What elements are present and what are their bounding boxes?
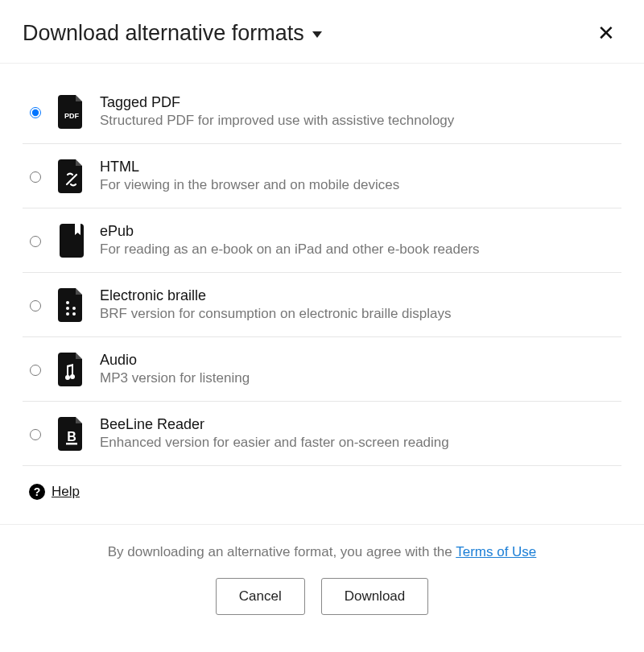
close-button[interactable]: ✕ [594,19,618,47]
option-title: BeeLine Reader [100,416,618,433]
format-option-epub[interactable]: ePub For reading as an e-book on an iPad… [23,208,621,273]
svg-rect-9 [66,443,77,445]
option-text: HTML For viewing in the browser and on m… [100,159,618,193]
radio-epub[interactable] [30,236,41,247]
option-title: Audio [100,352,618,369]
braille-file-icon [58,288,85,322]
agree-prefix: By downloading an alternative format, yo… [108,544,456,559]
cancel-button[interactable]: Cancel [216,578,305,615]
help-link[interactable]: Help [52,484,80,500]
caret-down-icon [312,31,322,38]
svg-point-4 [72,307,76,310]
beeline-file-icon: B [58,417,85,451]
option-desc: For viewing in the browser and on mobile… [100,177,618,193]
footer-buttons: Cancel Download [23,578,621,615]
format-option-tagged-pdf[interactable]: PDF Tagged PDF Structured PDF for improv… [23,72,621,144]
epub-book-icon [58,224,85,258]
svg-text:PDF: PDF [64,112,80,120]
dialog-footer: By downloading an alternative format, yo… [0,524,644,628]
option-text: BeeLine Reader Enhanced version for easi… [100,416,618,451]
option-desc: For reading as an e-book on an iPad and … [100,241,618,258]
radio-html[interactable] [30,171,41,183]
option-desc: BRF version for consumption on electroni… [100,306,618,322]
option-desc: Enhanced version for easier and faster o… [100,435,618,451]
close-icon: ✕ [597,21,615,45]
format-option-braille[interactable]: Electronic braille BRF version for consu… [23,273,621,337]
html-file-icon [58,159,85,193]
option-title: ePub [100,223,618,240]
radio-braille[interactable] [30,300,41,312]
radio-tagged-pdf[interactable] [30,107,41,118]
svg-point-3 [66,312,69,316]
radio-audio[interactable] [30,365,41,376]
svg-point-5 [72,312,76,316]
help-icon: ? [29,484,45,500]
formats-list: PDF Tagged PDF Structured PDF for improv… [0,64,644,466]
format-option-audio[interactable]: Audio MP3 version for listening [23,337,621,402]
terms-of-use-link[interactable]: Terms of Use [456,544,536,559]
option-text: Tagged PDF Structured PDF for improved u… [100,94,618,129]
svg-point-1 [66,301,69,304]
option-title: Tagged PDF [100,94,618,111]
option-text: ePub For reading as an e-book on an iPad… [100,223,618,258]
format-option-beeline[interactable]: B BeeLine Reader Enhanced version for ea… [23,402,621,466]
svg-point-2 [66,307,69,310]
pdf-file-icon: PDF [58,95,85,129]
option-title: Electronic braille [100,287,618,304]
option-desc: Structured PDF for improved use with ass… [100,113,618,129]
dialog-header: Download alternative formats ✕ [0,0,644,64]
audio-file-icon [58,353,85,386]
dialog-title: Download alternative formats [23,21,304,46]
option-title: HTML [100,159,618,175]
help-row: ? Help [0,466,644,524]
svg-point-7 [70,374,75,379]
option-text: Electronic braille BRF version for consu… [100,287,618,322]
format-option-html[interactable]: HTML For viewing in the browser and on m… [23,144,621,208]
title-dropdown[interactable]: Download alternative formats [23,21,322,46]
option-desc: MP3 version for listening [100,370,618,386]
svg-point-6 [65,375,70,380]
option-text: Audio MP3 version for listening [100,352,618,386]
agree-text: By downloading an alternative format, yo… [23,544,621,560]
svg-text:B: B [67,430,76,444]
radio-beeline[interactable] [30,429,41,440]
download-button[interactable]: Download [321,578,429,615]
